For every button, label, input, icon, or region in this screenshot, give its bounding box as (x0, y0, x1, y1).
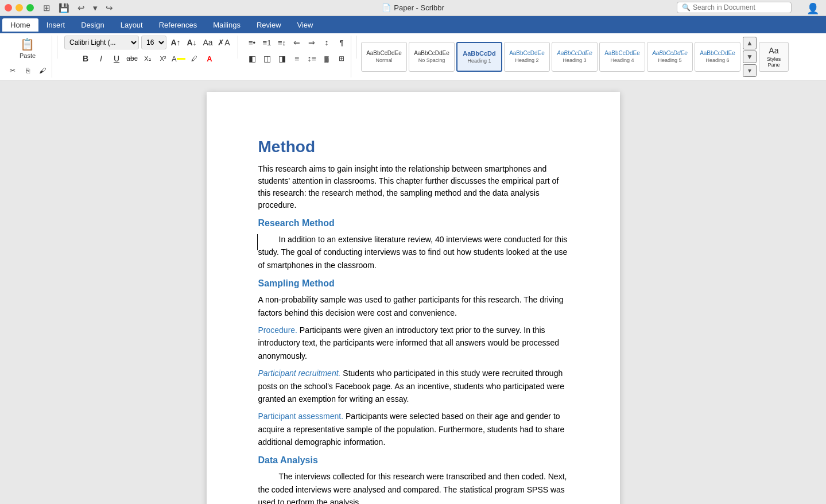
clear-formatting-icon[interactable]: ✗A (217, 36, 231, 49)
user-icon[interactable]: 👤 (806, 2, 819, 15)
title-icons: ⊞ 💾 ↩ ▾ ↪ (43, 3, 113, 13)
tab-review[interactable]: Review (249, 18, 289, 32)
show-hide-button[interactable]: ¶ (335, 36, 348, 49)
style-heading5[interactable]: AaBbCcDdEe Heading 5 (647, 42, 693, 72)
ribbon-tabs: Home Insert Design Layout References Mai… (0, 16, 826, 33)
borders-button[interactable]: ⊞ (335, 52, 348, 65)
toolbar: 📋 Paste ✂ ⎘ 🖌 Calibri Light (... 16 A↑ A… (0, 33, 826, 80)
tab-view[interactable]: View (289, 18, 321, 32)
paragraph-group: ≡• ≡1 ≡↕ ⇐ ⇒ ↕ ¶ ◧ ◫ ◨ ≡ ↕≡ ▓ ⊞ (243, 36, 351, 77)
style-heading3-preview: AaBbCcDdEe (557, 50, 592, 56)
maximize-button[interactable] (26, 4, 34, 11)
window-icon: ⊞ (43, 3, 51, 13)
save-icon[interactable]: 💾 (59, 3, 69, 13)
highlight-button[interactable]: 🖊 (187, 52, 201, 65)
justify-button[interactable]: ≡ (290, 52, 304, 65)
tab-home[interactable]: Home (2, 18, 38, 32)
align-left-button[interactable]: ◧ (245, 52, 259, 65)
heading-method: Method (258, 138, 568, 156)
window-title: 📄 Paper - Scribbr (382, 3, 444, 12)
bold-button[interactable]: B (79, 52, 92, 65)
multilevel-button[interactable]: ≡↕ (275, 36, 289, 49)
clipboard-group: 📋 Paste ✂ ⎘ 🖌 (3, 36, 52, 77)
undo-dropdown-icon[interactable]: ▾ (93, 3, 98, 13)
style-heading6-preview: AaBbCcDdEe (700, 50, 735, 56)
style-heading1-label: Heading 1 (467, 58, 491, 64)
style-no-spacing-label: No Spacing (418, 57, 445, 63)
styles-group: AaBbCcDdEe Normal AaBbCcDdEe No Spacing … (361, 36, 823, 77)
style-heading1-preview: AaBbCcDd (463, 50, 495, 57)
subscript-button[interactable]: X₂ (141, 52, 154, 65)
style-heading5-preview: AaBbCcDdEe (652, 50, 688, 56)
sort-button[interactable]: ↕ (320, 36, 333, 49)
text-color-button[interactable]: A (203, 52, 216, 65)
style-normal[interactable]: AaBbCcDdEe Normal (361, 42, 407, 72)
assessment-paragraph: Participant assessment. Participants wer… (258, 410, 568, 448)
font-group: Calibri Light (... 16 A↑ A↓ Aa ✗A B I U … (62, 36, 233, 77)
intro-paragraph: This research aims to gain insight into … (258, 163, 568, 211)
document-page[interactable]: Method This research aims to gain insigh… (207, 92, 620, 504)
paste-button[interactable]: 📋 Paste (16, 36, 39, 61)
font-shrink-icon[interactable]: A↓ (185, 36, 199, 49)
font-size-select[interactable]: 16 (141, 36, 166, 49)
document-icon: 📄 (382, 3, 391, 12)
strikethrough-button[interactable]: abc (125, 52, 139, 65)
search-input[interactable] (693, 3, 786, 11)
font-grow-icon[interactable]: A↑ (169, 36, 183, 49)
decrease-indent-button[interactable]: ⇐ (290, 36, 304, 49)
align-center-button[interactable]: ◫ (260, 52, 274, 65)
change-case-icon[interactable]: Aa (201, 36, 215, 49)
tab-layout[interactable]: Layout (113, 18, 151, 32)
shading-button[interactable]: ▓ (320, 52, 333, 65)
styles-scroll-up[interactable]: ▲ (743, 37, 757, 49)
bullets-button[interactable]: ≡• (245, 36, 259, 49)
style-heading2-label: Heading 2 (515, 57, 538, 63)
style-no-spacing[interactable]: AaBbCcDdEe No Spacing (409, 42, 455, 72)
italic-button[interactable]: I (94, 52, 108, 65)
assessment-heading: Participant assessment. (258, 412, 344, 421)
paste-icon: 📋 (20, 37, 34, 51)
tab-design[interactable]: Design (73, 18, 112, 32)
underline-button[interactable]: U (110, 52, 123, 65)
style-heading1[interactable]: AaBbCcDd Heading 1 (456, 42, 502, 72)
data-analysis-text: The interviews collected for this resear… (258, 470, 568, 504)
style-heading2-preview: AaBbCcDdEe (509, 50, 545, 56)
toolbar-separator-3 (356, 36, 356, 59)
align-right-button[interactable]: ◨ (275, 52, 289, 65)
style-heading2[interactable]: AaBbCcDdEe Heading 2 (504, 42, 550, 72)
font-family-select[interactable]: Calibri Light (... (64, 36, 139, 49)
style-heading3-label: Heading 3 (563, 57, 586, 63)
styles-pane-icon: Aa (769, 46, 778, 55)
tab-insert[interactable]: Insert (38, 18, 73, 32)
heading-sampling-method: Sampling Method (258, 278, 568, 289)
redo-icon[interactable]: ↪ (106, 3, 113, 13)
recruitment-heading: Participant recruitment. (258, 369, 341, 378)
cursor (257, 234, 258, 250)
numbering-button[interactable]: ≡1 (260, 36, 274, 49)
superscript-button[interactable]: X² (156, 52, 170, 65)
cut-icon[interactable]: ✂ (6, 64, 20, 77)
window-controls[interactable] (5, 4, 34, 11)
styles-scroll-down[interactable]: ▼ (743, 51, 757, 63)
font-color-button[interactable]: A (172, 52, 185, 65)
minimize-button[interactable] (15, 4, 23, 11)
heading-data-analysis: Data Analysis (258, 455, 568, 466)
style-heading4[interactable]: AaBbCcDdEe Heading 4 (599, 42, 645, 72)
tab-mailings[interactable]: Mailings (205, 18, 249, 32)
increase-indent-button[interactable]: ⇒ (305, 36, 319, 49)
styles-expand[interactable]: ▾ (743, 64, 757, 77)
search-icon: 🔍 (682, 3, 691, 11)
styles-pane-button[interactable]: Aa Styles Pane (759, 42, 789, 72)
style-heading3[interactable]: AaBbCcDdEe Heading 3 (552, 42, 598, 72)
copy-icon[interactable]: ⎘ (21, 64, 34, 77)
close-button[interactable] (5, 4, 12, 11)
toolbar-separator-2 (238, 36, 238, 59)
undo-icon[interactable]: ↩ (77, 3, 85, 13)
style-heading6[interactable]: AaBbCcDdEe Heading 6 (695, 42, 740, 72)
title-bar: ⊞ 💾 ↩ ▾ ↪ 📄 Paper - Scribbr 🔍 👤 (0, 0, 826, 16)
sampling-method-text: A non-probability sample was used to gat… (258, 293, 568, 319)
line-spacing-button[interactable]: ↕≡ (305, 52, 319, 65)
search-bar[interactable]: 🔍 (677, 2, 792, 13)
tab-references[interactable]: References (151, 18, 205, 32)
format-painter-icon[interactable]: 🖌 (36, 64, 49, 77)
